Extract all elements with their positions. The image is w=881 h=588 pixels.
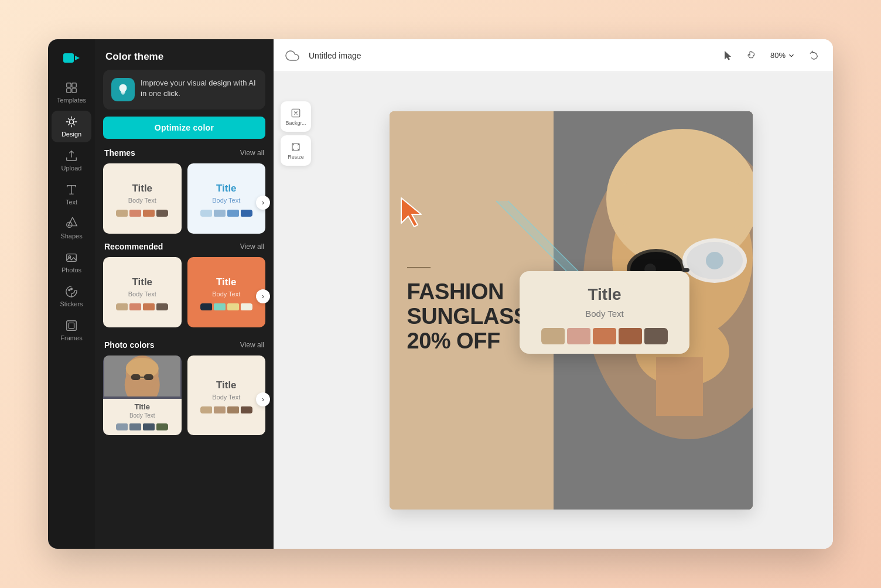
- app-logo: [60, 46, 83, 70]
- ai-icon: [117, 83, 129, 96]
- rec-card-orange[interactable]: Title Body Text: [187, 257, 266, 327]
- doc-cloud-icon: [283, 46, 302, 65]
- sidebar-item-templates[interactable]: Templates: [52, 77, 91, 108]
- background-label: Backgr...: [285, 120, 306, 126]
- photo-colors-label: Photo colors: [104, 340, 155, 350]
- swatch: [129, 210, 141, 217]
- themes-grid: Title Body Text Title Body Text: [95, 163, 274, 242]
- photo-card-1-overlay: Title Body Text: [103, 399, 182, 435]
- themes-next-button[interactable]: ›: [256, 196, 270, 210]
- canvas-area: Untitled image 80%: [274, 39, 833, 549]
- tooltip-swatch: [593, 328, 616, 344]
- tooltip-title: Title: [588, 285, 621, 304]
- theme-card-teal-title: Title: [216, 183, 237, 194]
- rec-card-warm-body: Body Text: [128, 290, 156, 298]
- chevron-down-icon: [787, 52, 795, 60]
- themes-view-all[interactable]: View all: [240, 149, 264, 157]
- headline-line1: FASHION: [407, 279, 504, 304]
- templates-icon: [65, 81, 78, 94]
- svg-rect-35: [656, 357, 703, 416]
- tooltip-card: Title Body Text: [520, 271, 689, 354]
- background-tool-button[interactable]: Backgr...: [281, 101, 311, 132]
- recommended-section-header: Recommended View all: [95, 242, 274, 257]
- swatch: [129, 423, 141, 430]
- sidebar-item-photos[interactable]: Photos: [52, 247, 91, 278]
- photo-card-1-body: Body Text: [129, 412, 155, 419]
- tooltip-swatch: [644, 328, 668, 344]
- photo-card-1-title: Title: [135, 402, 151, 411]
- theme-card-teal[interactable]: Title Body Text: [187, 163, 266, 234]
- sidebar-item-text[interactable]: Text: [52, 179, 91, 210]
- text-icon: [65, 183, 78, 196]
- photo-card-2[interactable]: Title Body Text: [187, 355, 266, 435]
- svg-point-36: [706, 252, 723, 269]
- undo-icon: [809, 50, 819, 61]
- svg-rect-14: [122, 94, 124, 94]
- photo-card-1[interactable]: Title Body Text: [103, 355, 182, 435]
- shapes-icon: [65, 217, 78, 230]
- photo-colors-view-all[interactable]: View all: [240, 341, 264, 349]
- design-icon: [65, 115, 78, 128]
- tooltip-swatch: [541, 328, 565, 344]
- svg-rect-0: [63, 53, 74, 63]
- recommended-view-all[interactable]: View all: [240, 242, 264, 251]
- recommended-next-button[interactable]: ›: [256, 289, 270, 303]
- theme-card-teal-swatches: [200, 210, 252, 217]
- svg-rect-28: [612, 182, 753, 228]
- recommended-grid: Title Body Text Title Body Text: [95, 257, 274, 336]
- sidebar-item-upload[interactable]: Upload: [52, 145, 91, 176]
- color-theme-panel: Color theme Improve your visual design w…: [95, 39, 274, 549]
- undo-button[interactable]: [805, 46, 824, 65]
- svg-rect-20: [144, 374, 153, 380]
- themes-label: Themes: [104, 148, 135, 158]
- swatch: [143, 210, 155, 217]
- themes-section-header: Themes View all: [95, 148, 274, 163]
- theme-card-warm-title: Title: [132, 183, 152, 194]
- rec-card-warm[interactable]: Title Body Text: [103, 257, 182, 327]
- theme-card-warm[interactable]: Title Body Text: [103, 163, 182, 234]
- swatch: [200, 303, 212, 310]
- sidebar-item-frames[interactable]: Frames: [52, 314, 91, 346]
- swatch: [227, 406, 239, 413]
- swatch: [214, 210, 226, 217]
- ai-banner: Improve your visual design with AI in on…: [103, 70, 265, 110]
- photo-card-1-swatches: [116, 423, 168, 430]
- sidebar-item-shapes[interactable]: Shapes: [52, 213, 91, 244]
- sidebar-item-design[interactable]: Design: [52, 111, 91, 142]
- rec-card-warm-swatches: [116, 303, 168, 310]
- photo-colors-header: Photo colors View all: [95, 340, 274, 355]
- svg-rect-13: [121, 93, 125, 94]
- optimize-color-button[interactable]: Optimize color: [103, 117, 265, 139]
- hand-icon: [746, 50, 757, 61]
- swatch: [227, 210, 239, 217]
- svg-point-18: [126, 358, 159, 379]
- svg-rect-12: [69, 323, 74, 328]
- cursor-tool-button[interactable]: [719, 46, 737, 65]
- swatch: [143, 423, 155, 430]
- tooltip-swatches: [541, 328, 668, 344]
- svg-point-10: [71, 288, 73, 290]
- photo-card-image: [103, 355, 182, 396]
- photo-colors-next-button[interactable]: ›: [256, 392, 270, 406]
- panel-title: Color theme: [95, 39, 274, 70]
- panel-scroll-area[interactable]: Themes View all Title Body Text Title: [95, 148, 274, 549]
- resize-tool-button[interactable]: Resize: [281, 135, 311, 166]
- swatch: [241, 406, 252, 413]
- stickers-icon: [65, 285, 78, 298]
- sidebar-item-stickers[interactable]: Stickers: [52, 281, 91, 312]
- resize-icon: [291, 142, 301, 152]
- swatch: [116, 303, 128, 310]
- photo-colors-section: Photo colors View all: [95, 340, 274, 448]
- text-label: Text: [66, 199, 77, 206]
- photo-card-2-title: Title: [216, 380, 237, 391]
- app-window: Templates Design Upload Text: [48, 39, 833, 549]
- swatch: [156, 423, 168, 430]
- zoom-control[interactable]: 80%: [766, 49, 800, 62]
- swatch: [129, 303, 141, 310]
- swatch: [214, 406, 226, 413]
- swatch: [227, 303, 239, 310]
- swatch: [156, 303, 168, 310]
- design-label: Design: [62, 131, 81, 138]
- hand-tool-button[interactable]: [742, 46, 761, 65]
- background-icon: [291, 108, 301, 118]
